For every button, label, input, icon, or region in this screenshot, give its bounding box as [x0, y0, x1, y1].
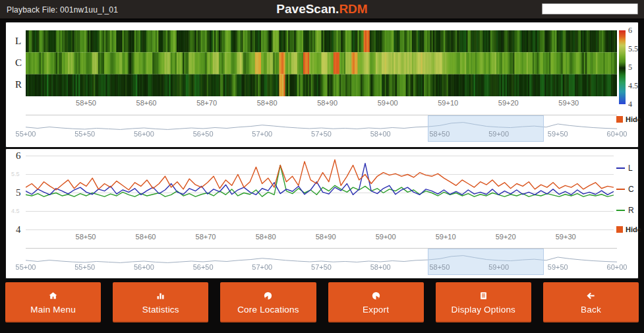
heatmap-row-label-c: C [15, 57, 22, 69]
app-title-accent: RDM [339, 2, 367, 16]
x-tick-label: 58+50 [429, 263, 450, 271]
x-tick-label: 59+10 [436, 233, 456, 241]
button-bar: Main MenuStatisticsCore LocationsExportD… [5, 282, 639, 322]
x-tick-label: 58+70 [196, 233, 216, 241]
heatmap-row-label-l: L [15, 36, 21, 47]
y-tick-label: 5 [16, 187, 21, 198]
x-tick-label: 58+90 [316, 233, 336, 241]
button-main-menu[interactable]: Main Menu [5, 282, 101, 322]
button-label: Statistics [142, 305, 179, 315]
y-tick-label: 4 [16, 224, 21, 235]
legend-dash-icon [616, 210, 625, 211]
x-tick-label: 58+60 [136, 99, 157, 107]
colorbar-ticks: 65.554.54 [628, 30, 643, 104]
colorbar-tick-label: 5.5 [628, 44, 638, 54]
x-tick-label: 58+00 [370, 130, 391, 138]
profile-panel: 6545.54.5 58+5058+6058+7058+8058+9059+00… [5, 148, 639, 279]
colorbar-tick-label: 6 [628, 26, 632, 36]
button-back[interactable]: Back [543, 282, 639, 322]
overview-axis: 55+0055+5056+0056+5057+0057+5058+0058+50… [26, 130, 617, 139]
profile-legend: Hide LCR [616, 149, 644, 248]
app-title-main: PaveScan [276, 2, 336, 16]
hide-toggle[interactable]: Hide [616, 115, 641, 123]
legend-item-r[interactable]: R [616, 206, 634, 215]
y-tick-label: 6 [16, 150, 21, 162]
x-tick-label: 58+50 [429, 130, 450, 138]
x-tick-label: 55+00 [16, 130, 36, 138]
y-tick-label-minor: 4.5 [11, 208, 20, 214]
button-label: Display Options [452, 305, 516, 315]
legend-dash-icon [616, 167, 625, 169]
heatmap-x-axis: 58+5058+6058+7058+8058+9059+0059+1059+20… [26, 99, 617, 108]
legend-item-c[interactable]: C [616, 185, 634, 194]
x-tick-label: 58+50 [76, 233, 96, 241]
x-tick-label: 58+50 [76, 99, 96, 107]
hide-label: Hide [626, 115, 641, 123]
search-input[interactable] [542, 3, 638, 15]
button-export[interactable]: Export [328, 282, 424, 322]
colorbar [619, 30, 626, 104]
x-tick-label: 55+00 [16, 263, 36, 271]
x-tick-label: 59+30 [558, 99, 579, 107]
y-tick-label-minor: 5.5 [11, 171, 20, 177]
x-tick-label: 58+70 [196, 99, 217, 107]
bar-chart-icon [156, 291, 165, 301]
button-label: Export [363, 305, 389, 315]
colorbar-tick-label: 4.5 [628, 81, 638, 91]
x-tick-label: 56+50 [193, 130, 214, 138]
x-tick-label: 58+00 [370, 263, 391, 271]
heatmap-canvas[interactable] [26, 30, 617, 96]
x-tick-label: 58+60 [136, 233, 156, 241]
core-circle-icon [263, 291, 273, 301]
profile-y-axis: 6545.54.5 [6, 149, 26, 241]
x-tick-label: 59+20 [498, 99, 519, 107]
x-tick-label: 56+00 [134, 263, 154, 271]
globe-icon [371, 291, 381, 301]
button-display-options[interactable]: Display Options [436, 282, 531, 322]
x-tick-label: 59+30 [556, 233, 576, 241]
hide-label: Hide [626, 226, 641, 233]
hide-swatch-icon [616, 116, 623, 123]
hide-toggle[interactable]: Hide [616, 226, 641, 233]
x-tick-label: 60+00 [607, 263, 628, 271]
legend-item-l[interactable]: L [616, 164, 633, 173]
list-icon [479, 291, 488, 301]
button-core-locations[interactable]: Core Locations [220, 282, 316, 322]
x-tick-label: 59+00 [488, 263, 509, 271]
top-bar: Playback File: 001nw1uu_I_01 PaveScan.RD… [0, 0, 644, 20]
x-tick-label: 59+00 [378, 99, 398, 107]
button-label: Core Locations [237, 305, 299, 315]
heatmap-row-label-r: R [15, 79, 22, 90]
button-label: Back [581, 305, 601, 315]
overview-axis: 55+0055+5056+0056+5057+0057+5058+0058+50… [26, 263, 617, 272]
overview-strip-top[interactable]: 55+0055+5056+0056+5057+0057+5058+0058+50… [26, 115, 617, 142]
x-tick-label: 57+50 [311, 130, 332, 138]
x-tick-label: 59+00 [376, 233, 396, 241]
home-icon [48, 291, 58, 301]
colorbar-tick-label: 4 [628, 100, 632, 109]
x-tick-label: 57+50 [311, 263, 332, 271]
x-tick-label: 59+50 [548, 130, 568, 138]
colorbar-tick-label: 5 [628, 63, 632, 73]
x-tick-label: 56+00 [134, 130, 154, 138]
legend-label: L [628, 164, 633, 173]
app-title: PaveScan.RDM [276, 2, 367, 16]
x-tick-label: 59+50 [548, 263, 568, 271]
x-tick-label: 58+80 [256, 233, 276, 241]
playback-file-label: Playback File: 001nw1uu_I_01 [7, 5, 118, 15]
x-tick-label: 57+00 [252, 130, 272, 138]
button-label: Main Menu [30, 305, 76, 315]
x-tick-label: 55+50 [74, 130, 95, 138]
x-tick-label: 56+50 [193, 263, 214, 271]
x-tick-label: 58+90 [317, 99, 337, 107]
profile-chart-canvas[interactable] [26, 156, 614, 230]
button-statistics[interactable]: Statistics [113, 282, 208, 322]
overview-strip-bottom[interactable]: 55+0055+5056+0056+5057+0057+5058+0058+50… [26, 248, 617, 275]
hide-swatch-icon [616, 226, 623, 233]
legend-label: C [628, 185, 634, 194]
x-tick-label: 55+50 [74, 263, 95, 271]
legend-dash-icon [616, 189, 625, 190]
x-tick-label: 57+00 [252, 263, 272, 271]
x-tick-label: 59+20 [496, 233, 516, 241]
profile-x-axis: 58+5058+6058+7058+8058+9059+0059+1059+20… [26, 233, 614, 242]
